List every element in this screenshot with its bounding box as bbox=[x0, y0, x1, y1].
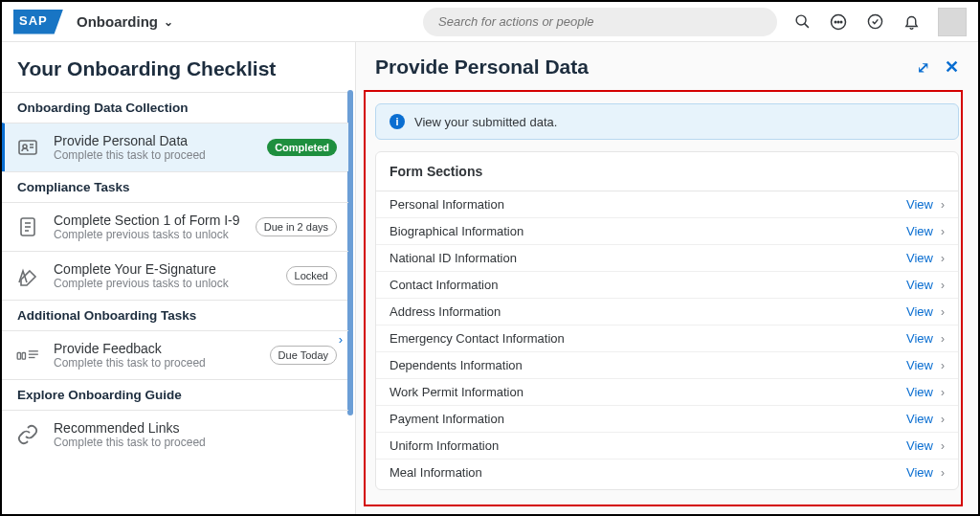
form-section-row[interactable]: Payment InformationView› bbox=[376, 406, 958, 433]
section-name: Dependents Information bbox=[390, 358, 906, 372]
view-link[interactable]: View bbox=[906, 331, 933, 346]
task-title: Complete Your E-Signature bbox=[54, 261, 275, 277]
task-title: Recommended Links bbox=[54, 420, 337, 436]
task-recommended-links[interactable]: Recommended Links Complete this task to … bbox=[2, 410, 348, 459]
section-name: National ID Information bbox=[390, 251, 906, 265]
form-section-row[interactable]: Work Permit InformationView› bbox=[376, 379, 958, 406]
form-section-row[interactable]: Contact InformationView› bbox=[376, 272, 958, 299]
svg-point-4 bbox=[837, 21, 839, 23]
section-explore-label: Explore Onboarding Guide bbox=[2, 379, 348, 410]
task-esignature[interactable]: Complete Your E-Signature Complete previ… bbox=[2, 251, 348, 300]
form-section-row[interactable]: National ID InformationView› bbox=[376, 245, 958, 272]
svg-point-3 bbox=[835, 21, 836, 23]
task-subtitle: Complete this task to proceed bbox=[54, 356, 258, 370]
status-badge-due-today: Due Today bbox=[270, 346, 337, 365]
section-name: Payment Information bbox=[390, 412, 906, 426]
chevron-right-icon: › bbox=[941, 305, 945, 319]
close-icon[interactable]: ✕ bbox=[945, 56, 959, 78]
search-icon[interactable] bbox=[792, 12, 812, 32]
checklist-sidebar: Your Onboarding Checklist Onboarding Dat… bbox=[2, 42, 356, 514]
view-link[interactable]: View bbox=[906, 465, 933, 480]
form-section-row[interactable]: Biographical InformationView› bbox=[376, 218, 958, 245]
app-switcher[interactable]: Onboarding ⌄ bbox=[77, 13, 173, 30]
svg-rect-15 bbox=[17, 353, 20, 360]
global-header: SAP Onboarding ⌄ bbox=[2, 2, 978, 42]
status-badge-completed: Completed bbox=[267, 139, 337, 156]
svg-line-1 bbox=[804, 24, 808, 28]
form-section-row[interactable]: Personal InformationView› bbox=[376, 191, 958, 218]
form-section-row[interactable]: Emergency Contact InformationView› bbox=[376, 325, 958, 352]
form-section-row[interactable]: Uniform InformationView› bbox=[376, 433, 958, 460]
support-icon[interactable] bbox=[829, 12, 848, 32]
view-link[interactable]: View bbox=[906, 385, 933, 399]
panel-title: Form Sections bbox=[376, 152, 958, 191]
task-subtitle: Complete this task to proceed bbox=[54, 436, 337, 449]
section-name: Uniform Information bbox=[390, 438, 906, 453]
chevron-down-icon: ⌄ bbox=[164, 15, 173, 29]
svg-point-5 bbox=[840, 21, 842, 23]
svg-point-0 bbox=[796, 15, 806, 25]
section-name: Meal Information bbox=[390, 465, 906, 480]
form-section-row[interactable]: Dependents InformationView› bbox=[376, 352, 958, 379]
svg-point-6 bbox=[868, 14, 881, 28]
notification-icon[interactable] bbox=[902, 12, 921, 32]
section-name: Contact Information bbox=[390, 278, 906, 292]
info-message: i View your submitted data. bbox=[375, 103, 959, 140]
section-data-collection-label: Onboarding Data Collection bbox=[2, 92, 348, 123]
view-link[interactable]: View bbox=[906, 251, 933, 265]
task-title: Provide Feedback bbox=[54, 341, 258, 356]
signature-icon bbox=[13, 261, 42, 290]
task-subtitle: Complete previous tasks to unlock bbox=[54, 277, 275, 290]
view-link[interactable]: View bbox=[906, 438, 933, 453]
view-link[interactable]: View bbox=[906, 224, 933, 238]
status-badge-locked: Locked bbox=[286, 266, 337, 285]
expand-icon[interactable]: ⤢ bbox=[917, 58, 927, 77]
svg-rect-7 bbox=[19, 141, 36, 154]
chevron-right-icon: › bbox=[941, 439, 945, 453]
section-name: Personal Information bbox=[390, 197, 906, 212]
search-input[interactable] bbox=[423, 8, 777, 36]
app-name-label: Onboarding bbox=[77, 13, 158, 30]
status-badge-due: Due in 2 days bbox=[256, 217, 337, 236]
task-form-i9[interactable]: Complete Section 1 of Form I-9 Complete … bbox=[2, 202, 348, 251]
section-name: Address Information bbox=[390, 304, 906, 319]
approve-icon[interactable] bbox=[865, 12, 884, 32]
form-section-row[interactable]: Address InformationView› bbox=[376, 299, 958, 325]
main-panel: Provide Personal Data ⤢ ✕ i View your su… bbox=[356, 42, 978, 514]
info-icon: i bbox=[390, 114, 405, 129]
form-section-row[interactable]: Meal InformationView› bbox=[376, 460, 958, 485]
avatar[interactable] bbox=[938, 8, 967, 36]
task-subtitle: Complete this task to proceed bbox=[54, 148, 256, 162]
section-name: Work Permit Information bbox=[390, 385, 906, 399]
sap-logo: SAP bbox=[13, 10, 63, 34]
view-link[interactable]: View bbox=[906, 304, 933, 319]
task-subtitle: Complete previous tasks to unlock bbox=[54, 228, 244, 241]
section-additional-label: Additional Onboarding Tasks bbox=[2, 300, 348, 330]
task-provide-personal-data[interactable]: Provide Personal Data Complete this task… bbox=[2, 123, 348, 171]
chevron-right-icon: › bbox=[941, 386, 945, 399]
task-title: Complete Section 1 of Form I-9 bbox=[54, 213, 244, 228]
form-icon bbox=[13, 213, 42, 241]
chevron-right-icon: › bbox=[941, 279, 945, 292]
chevron-right-icon: › bbox=[941, 225, 945, 238]
page-title: Provide Personal Data bbox=[375, 56, 589, 79]
chevron-right-icon: › bbox=[941, 466, 945, 480]
view-link[interactable]: View bbox=[906, 197, 933, 212]
task-title: Provide Personal Data bbox=[54, 133, 256, 148]
section-compliance-label: Compliance Tasks bbox=[2, 171, 348, 202]
view-link[interactable]: View bbox=[906, 358, 933, 372]
task-feedback[interactable]: Provide Feedback Complete this task to p… bbox=[2, 330, 348, 379]
chevron-right-icon: › bbox=[941, 413, 945, 426]
section-name: Emergency Contact Information bbox=[390, 331, 906, 346]
checklist-title: Your Onboarding Checklist bbox=[2, 42, 348, 92]
chevron-right-icon: › bbox=[941, 252, 945, 265]
section-name: Biographical Information bbox=[390, 224, 906, 238]
view-link[interactable]: View bbox=[906, 278, 933, 292]
chevron-right-icon: › bbox=[941, 198, 945, 212]
link-icon bbox=[13, 420, 42, 449]
view-link[interactable]: View bbox=[906, 412, 933, 426]
svg-rect-16 bbox=[22, 353, 25, 360]
info-text: View your submitted data. bbox=[414, 115, 557, 129]
chevron-right-icon: › bbox=[941, 359, 945, 372]
personal-data-icon bbox=[13, 133, 42, 162]
